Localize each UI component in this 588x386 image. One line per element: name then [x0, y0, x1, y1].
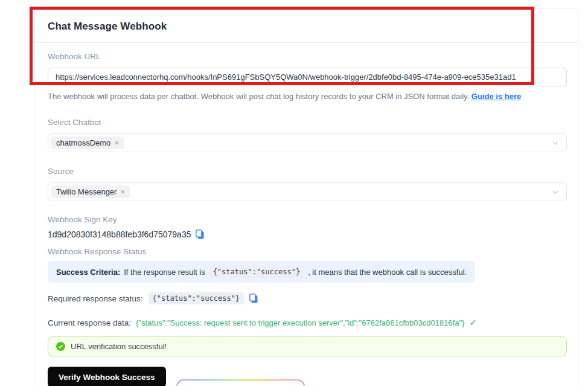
response-status-label: Webhook Response Status	[48, 247, 564, 256]
webhook-url-label: Webhook URL	[48, 52, 564, 61]
page-title: Chat Message Webhook	[48, 21, 564, 33]
current-response-row: Current response data: {"status":"Succes…	[48, 317, 564, 328]
page: Chat Message Webhook Webhook URL The web…	[0, 0, 588, 386]
current-response-label: Current response data:	[48, 318, 131, 327]
remove-tag-icon[interactable]: ×	[120, 188, 125, 196]
success-criteria-code: {"status":"success"}	[209, 266, 305, 278]
copy-icon[interactable]	[249, 294, 258, 303]
sign-key-label: Webhook Sign Key	[48, 215, 564, 224]
success-alert: URL verification successful!	[48, 336, 567, 356]
webhook-url-input[interactable]	[48, 68, 567, 86]
verify-webhook-button[interactable]: Verify Webhook Success	[48, 367, 166, 386]
guide-link[interactable]: Guide is here	[471, 92, 521, 101]
chatbot-select[interactable]: chatmossDemo ×	[48, 133, 567, 152]
rainbow-border-box	[176, 379, 305, 386]
sign-key-value: 1d9d20830f3148b88feb3f6d75079a35	[48, 230, 191, 239]
copy-icon[interactable]	[196, 230, 204, 239]
required-response-label: Required response status:	[48, 294, 143, 303]
success-criteria-text-2: , it means that the webhook call is succ…	[308, 268, 467, 277]
success-criteria-text-1: If the response result is	[124, 268, 205, 277]
check-circle-icon	[56, 342, 65, 351]
card-header: Chat Message Webhook	[34, 8, 578, 43]
source-label: Source	[48, 167, 564, 176]
card-body: Webhook URL The webhook will process dat…	[34, 43, 578, 386]
current-response-value: {"status":"Success: request sent to trig…	[136, 318, 464, 327]
success-alert-text: URL verification successful!	[71, 342, 167, 351]
remove-tag-icon[interactable]: ×	[114, 139, 119, 147]
sign-key-row: 1d9d20830f3148b88feb3f6d75079a35	[48, 230, 564, 239]
source-select[interactable]: Twilio Messenger ×	[48, 182, 567, 201]
required-response-row: Required response status: {"status":"suc…	[48, 292, 564, 304]
helper-text: The webhook will process data per chatbo…	[48, 92, 564, 101]
select-chatbot-label: Select Chatbot	[48, 118, 564, 127]
chatbot-tag: chatmossDemo ×	[51, 137, 124, 149]
webhook-settings-card: Chat Message Webhook Webhook URL The web…	[34, 8, 578, 386]
helper-text-body: The webhook will process data per chatbo…	[48, 92, 469, 101]
source-tag-label: Twilio Messenger	[56, 187, 117, 196]
rainbow-border-box-inner	[177, 381, 304, 386]
success-criteria-title: Success Criteria:	[56, 268, 120, 277]
source-tag: Twilio Messenger ×	[51, 185, 130, 198]
chevron-down-icon	[552, 140, 559, 147]
required-response-code: {"status":"success"}	[149, 292, 244, 304]
success-criteria-box: Success Criteria: If the response result…	[48, 261, 475, 283]
success-check-mark: ✓	[469, 317, 477, 328]
chatbot-tag-label: chatmossDemo	[56, 138, 110, 147]
chevron-down-icon	[552, 188, 559, 196]
